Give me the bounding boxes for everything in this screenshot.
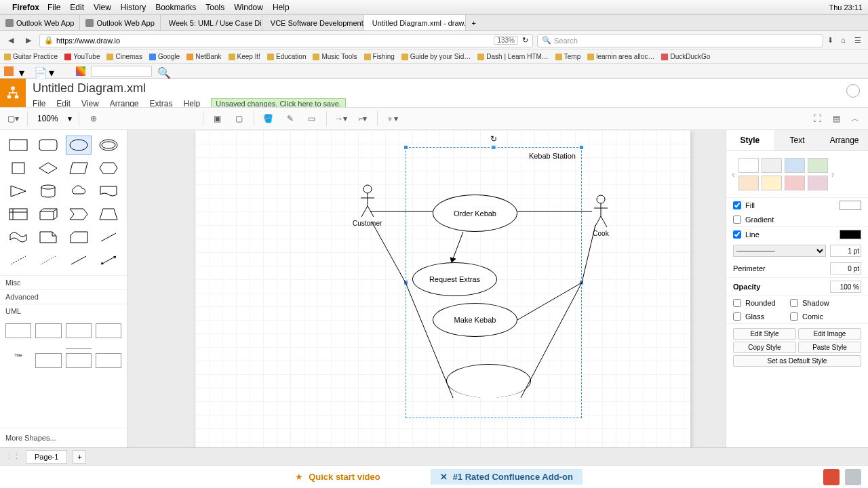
swatch-next-icon[interactable]: › <box>830 169 836 180</box>
tab-style[interactable]: Style <box>726 130 774 150</box>
tab-text[interactable]: Text <box>774 130 821 150</box>
browser-tab[interactable]: Outlook Web App <box>80 15 160 30</box>
insert-button[interactable]: ＋▾ <box>384 111 399 126</box>
bookmark-item[interactable]: Guide by your Sid… <box>401 53 471 60</box>
shape-internal-storage[interactable] <box>5 205 31 224</box>
search-input[interactable]: 🔍 Search <box>537 34 823 47</box>
bookmark-item[interactable]: Dash | Learn HTM… <box>477 53 549 60</box>
perimeter-input[interactable] <box>830 262 861 274</box>
color-swatch[interactable] <box>808 176 828 190</box>
bookmark-item[interactable]: Temp <box>555 53 580 60</box>
addon-icon[interactable]: ▾ <box>19 66 28 76</box>
shape-cube[interactable] <box>35 205 61 224</box>
shape-diamond[interactable] <box>35 159 61 178</box>
shape-line-diag[interactable] <box>96 228 121 247</box>
browser-tab[interactable]: Week 5: UML / Use Case Dia… <box>161 15 262 30</box>
bookmark-item[interactable]: Music Tools <box>313 53 357 60</box>
glass-checkbox[interactable] <box>733 312 741 321</box>
fill-checkbox[interactable] <box>733 201 741 209</box>
zoom-in-button[interactable]: ⊕ <box>86 111 101 126</box>
shape-step[interactable] <box>66 205 92 224</box>
forward-button[interactable]: ▶ <box>22 34 35 47</box>
rounded-checkbox[interactable] <box>733 299 741 307</box>
tab-arrange[interactable]: Arrange <box>821 130 868 150</box>
gradient-checkbox[interactable] <box>733 216 741 224</box>
mac-menu-view[interactable]: View <box>94 3 111 12</box>
shape-ellipse[interactable] <box>66 136 92 155</box>
color-swatch[interactable] <box>738 158 759 173</box>
set-default-button[interactable]: Set as Default Style <box>733 355 861 367</box>
bookmark-item[interactable]: Guitar Practice <box>4 53 58 60</box>
shape-parallelogram[interactable] <box>66 159 92 178</box>
edit-style-button[interactable]: Edit Style <box>733 328 796 340</box>
line-color-button[interactable]: ✎ <box>283 111 298 126</box>
mac-menu-history[interactable]: History <box>121 3 146 12</box>
shape-cylinder[interactable] <box>35 182 61 201</box>
opacity-input[interactable] <box>830 281 861 293</box>
zoom-level[interactable]: 100% <box>35 114 61 123</box>
new-tab-button[interactable]: + <box>466 15 482 30</box>
fill-color-button[interactable]: 🪣 <box>261 111 276 126</box>
bookmark-item[interactable]: NetBank <box>186 53 221 60</box>
copy-style-button[interactable]: Copy Style <box>733 342 796 353</box>
addon-icon[interactable]: 📄 <box>34 66 43 76</box>
canvas-page[interactable]: ↻ Kebab Station Order Kebab Request Extr… <box>195 130 690 447</box>
shape-rounded-rect[interactable] <box>35 136 61 155</box>
bookmark-item[interactable]: Education <box>267 53 306 60</box>
toolbar-search-input[interactable] <box>91 66 152 77</box>
page-drag-handle-icon[interactable]: ⋮⋮ <box>5 452 20 461</box>
fullscreen-icon[interactable]: ⛶ <box>810 111 825 126</box>
line-color-chip[interactable] <box>840 230 861 239</box>
shape-arrow-bidir[interactable] <box>96 251 121 270</box>
bookmark-item[interactable]: Keep It! <box>229 53 260 60</box>
mac-menu-edit[interactable]: Edit <box>70 3 84 12</box>
swatch-prev-icon[interactable]: ‹ <box>730 169 736 180</box>
zoom-badge[interactable]: 133% <box>494 36 518 45</box>
add-page-button[interactable]: + <box>73 450 86 464</box>
quick-start-link[interactable]: ★ Quick start video <box>285 469 389 485</box>
addon-icon[interactable] <box>4 66 14 76</box>
view-layout-button[interactable]: ▢▾ <box>5 111 20 126</box>
connection-button[interactable]: →▾ <box>334 111 349 126</box>
home-icon[interactable]: ⌂ <box>841 36 850 45</box>
to-front-button[interactable]: ▣ <box>210 111 225 126</box>
chevron-down-icon[interactable]: ▾ <box>68 114 72 123</box>
confluence-promo[interactable]: ✕ #1 Rated Confluence Add-on <box>431 469 583 485</box>
collapse-icon[interactable]: ︿ <box>848 111 863 126</box>
shape-triangle[interactable] <box>5 182 31 201</box>
shape-hexagon[interactable] <box>96 159 121 178</box>
bookmark-item[interactable]: Google <box>149 53 180 60</box>
bookmark-item[interactable]: DuckDuckGo <box>661 53 710 60</box>
section-uml[interactable]: UML <box>0 304 127 318</box>
section-advanced[interactable]: Advanced <box>0 289 127 304</box>
shadow-button[interactable]: ▭ <box>304 111 319 126</box>
paste-style-button[interactable]: Paste Style <box>798 342 861 353</box>
browser-tab[interactable]: Outlook Web App <box>0 15 80 30</box>
mac-menu-tools[interactable]: Tools <box>205 3 224 12</box>
search-icon[interactable]: 🔍 <box>157 66 167 76</box>
document-title[interactable]: Untitled Diagram.xml <box>33 81 346 96</box>
uml-shape[interactable] <box>5 323 31 338</box>
reload-button[interactable]: ↻ <box>522 36 528 45</box>
comic-checkbox[interactable] <box>790 312 798 321</box>
drawio-logo-icon[interactable] <box>0 79 26 107</box>
twitter-icon[interactable] <box>845 469 861 485</box>
google-icon[interactable] <box>76 66 85 76</box>
bookmark-item[interactable]: Fishing <box>364 53 395 60</box>
uml-shape[interactable] <box>66 323 92 338</box>
addon-icon[interactable]: ▾ <box>49 66 58 76</box>
mac-menu-file[interactable]: File <box>47 3 60 12</box>
color-swatch[interactable] <box>808 158 828 173</box>
shape-line-dashed[interactable] <box>5 251 31 270</box>
canvas[interactable]: ↻ Kebab Station Order Kebab Request Extr… <box>127 130 726 447</box>
bookmark-item[interactable]: Cinemas <box>106 53 142 60</box>
uml-shape[interactable]: Title <box>5 353 31 368</box>
line-checkbox[interactable] <box>733 230 741 239</box>
line-style-select[interactable]: ──────── <box>733 245 826 257</box>
googleplus-icon[interactable] <box>823 469 840 485</box>
uml-shape[interactable] <box>96 353 121 368</box>
shadow-checkbox[interactable] <box>790 299 798 307</box>
bookmark-item[interactable]: learnin area alloc… <box>587 53 654 60</box>
color-swatch[interactable] <box>785 176 805 190</box>
uml-shape[interactable] <box>66 353 92 368</box>
